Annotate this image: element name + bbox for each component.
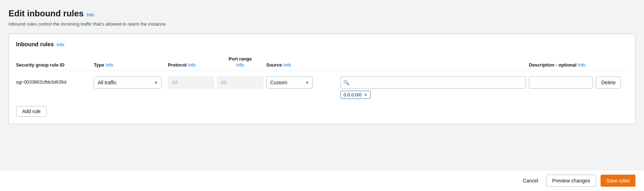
col-header-source: Source Info — [266, 62, 338, 68]
card-title: Inbound rules — [16, 41, 54, 48]
description-info-link[interactable]: Info — [578, 62, 586, 68]
add-rule-container: Add rule — [16, 102, 628, 117]
source-tag-container: 0.0.0.0/0 ✕ — [340, 91, 526, 99]
source-search-wrapper: 🔍 — [340, 76, 526, 89]
col-header-description: Description - optional Info — [529, 62, 593, 68]
rule-id: sgr-0033862cfbb3d636d — [16, 79, 66, 85]
save-rules-button[interactable]: Save rules — [601, 175, 635, 187]
table-header: Security group rule ID Type Info Protoco… — [16, 53, 628, 71]
search-icon: 🔍 — [343, 80, 349, 85]
type-select-wrapper: All traffic Custom TCP Custom UDP SSH HT… — [94, 76, 161, 89]
card-header: Inbound rules Info — [16, 41, 628, 48]
source-select-wrapper: Custom Anywhere-IPv4 Anywhere-IPv6 My IP… — [266, 76, 313, 89]
preview-changes-button[interactable]: Preview changes — [546, 175, 596, 187]
page-title-info-link[interactable]: Info — [87, 12, 94, 17]
type-cell: All traffic Custom TCP Custom UDP SSH HT… — [94, 76, 165, 89]
page-title: Edit inbound rules — [9, 9, 84, 18]
source-search-cell: 🔍 0.0.0.0/0 ✕ — [340, 76, 526, 99]
delete-button[interactable]: Delete — [596, 76, 621, 89]
source-select[interactable]: Custom Anywhere-IPv4 Anywhere-IPv6 My IP — [266, 76, 313, 89]
cancel-button[interactable]: Cancel — [519, 176, 542, 186]
type-select[interactable]: All traffic Custom TCP Custom UDP SSH HT… — [94, 76, 161, 89]
protocol-input — [168, 76, 214, 89]
protocol-info-link[interactable]: Info — [188, 62, 196, 68]
rule-id-cell: sgr-0033862cfbb3d636d — [16, 76, 91, 85]
col-header-port-range: Port range Info — [217, 56, 263, 68]
col-header-type: Type Info — [94, 62, 165, 68]
description-cell — [529, 76, 593, 89]
footer-bar: Cancel Preview changes Save rules — [0, 170, 644, 191]
ip-tag-close-icon[interactable]: ✕ — [364, 93, 367, 97]
ip-tag-value: 0.0.0.0/0 — [344, 92, 362, 97]
port-range-cell — [217, 76, 263, 89]
page-subtitle: Inbound rules control the incoming traff… — [9, 21, 635, 27]
port-range-input — [217, 76, 263, 89]
col-header-id: Security group rule ID — [16, 62, 91, 68]
col-header-protocol: Protocol Info — [168, 62, 214, 68]
add-rule-button[interactable]: Add rule — [16, 106, 47, 117]
card-info-link[interactable]: Info — [57, 42, 65, 47]
description-input[interactable] — [529, 76, 593, 89]
ip-tag: 0.0.0.0/0 ✕ — [340, 91, 371, 99]
inbound-rules-card: Inbound rules Info Security group rule I… — [9, 34, 635, 124]
page-header: Edit inbound rules Info — [9, 9, 635, 18]
source-search-input[interactable] — [340, 76, 526, 89]
source-cell: Custom Anywhere-IPv4 Anywhere-IPv6 My IP… — [266, 76, 338, 89]
port-range-info-link[interactable]: Info — [236, 62, 244, 68]
type-info-link[interactable]: Info — [105, 62, 113, 68]
delete-cell: Delete — [596, 76, 628, 89]
table-row: sgr-0033862cfbb3d636d All traffic Custom… — [16, 71, 628, 102]
source-info-link[interactable]: Info — [283, 62, 291, 68]
protocol-cell — [168, 76, 214, 89]
